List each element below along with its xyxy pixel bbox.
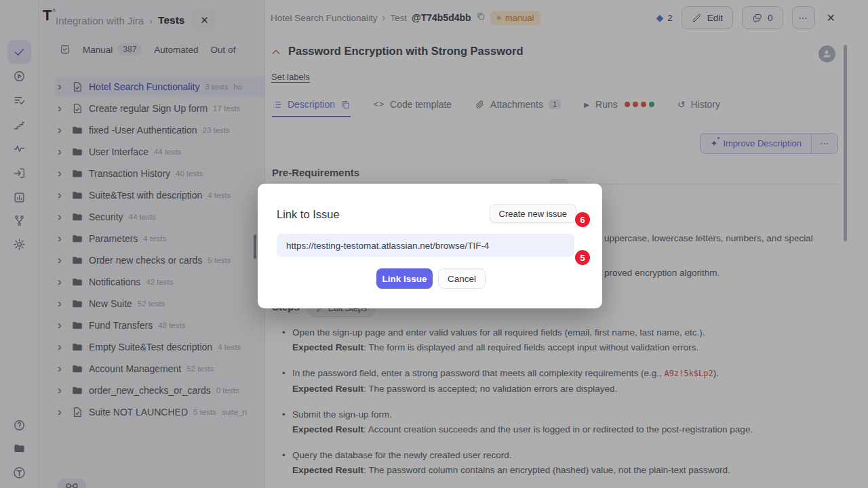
modal-title: Link to Issue bbox=[277, 208, 340, 221]
issue-url-input[interactable] bbox=[277, 234, 574, 257]
link-issue-button[interactable]: Link Issue bbox=[376, 268, 433, 289]
app-window: Tʼ Integration with Jira › Tests ✕ Manua… bbox=[0, 0, 868, 488]
create-new-issue-button[interactable]: Create new issue bbox=[490, 204, 576, 223]
annotation-badge-5: 5 bbox=[575, 250, 590, 265]
cancel-button[interactable]: Cancel bbox=[438, 268, 486, 289]
annotation-badge-6: 6 bbox=[575, 212, 590, 227]
link-to-issue-modal: Link to Issue Create new issue Link Issu… bbox=[258, 184, 602, 308]
